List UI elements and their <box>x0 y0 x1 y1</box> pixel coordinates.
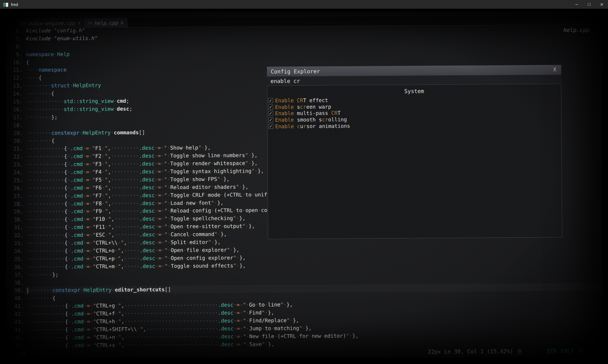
token: · <box>211 168 214 174</box>
token: " <box>242 223 245 229</box>
token: { <box>64 153 67 159</box>
token: editor_shortcuts <box>115 287 165 293</box>
option-label: Enable cursor animations <box>275 123 350 129</box>
popup-close-icon[interactable]: X <box>553 66 556 72</box>
token: = <box>237 317 240 323</box>
token: .cmd <box>70 177 83 183</box>
token: · <box>211 160 214 166</box>
token: · <box>205 255 208 261</box>
token: , <box>121 263 124 269</box>
token: " <box>93 263 96 269</box>
token: · <box>84 326 87 332</box>
token: " <box>108 232 112 238</box>
token: .desc <box>139 208 155 214</box>
token: ············ <box>26 106 64 112</box>
line-number: 28. <box>10 200 23 208</box>
token: file <box>262 333 274 339</box>
token: · <box>89 256 93 262</box>
token: · <box>68 311 71 317</box>
token: · <box>240 310 243 316</box>
token: }, <box>221 231 227 237</box>
token: " <box>164 255 168 261</box>
token: ············ <box>27 224 64 230</box>
label-segment: Enable <box>275 123 294 129</box>
token: " <box>243 333 246 339</box>
token: .desc <box>218 310 233 316</box>
popup-titlebar[interactable]: Config Explorer X <box>267 65 561 77</box>
flag-CRLF: CRLF <box>561 348 574 354</box>
token: " <box>105 192 108 198</box>
token: · <box>217 231 221 237</box>
token: std::string_view <box>64 106 114 112</box>
token: .desc <box>218 325 233 331</box>
tab-close-icon[interactable]: X <box>78 20 80 25</box>
token: { <box>65 318 68 324</box>
token: , <box>111 232 115 238</box>
token: ······························ <box>124 341 218 348</box>
token: " <box>93 240 96 246</box>
token: , <box>108 169 111 175</box>
token: show <box>192 176 205 182</box>
label-segment: T <box>337 110 341 116</box>
token: · <box>183 200 186 206</box>
token: · <box>154 153 158 159</box>
token: = <box>158 231 161 237</box>
token: · <box>90 342 93 348</box>
token: explorer <box>208 254 233 261</box>
token: · <box>155 255 158 261</box>
token: · <box>105 232 108 238</box>
minimize-button[interactable]: – <box>570 0 583 9</box>
token: , <box>108 208 111 214</box>
tab-audio-engine.cpp[interactable]: C+audio-engine.cppX <box>18 18 85 28</box>
label-segment: smooth s <box>294 117 322 123</box>
token: · <box>118 239 121 245</box>
tab-close-icon[interactable]: X <box>121 20 123 25</box>
checkbox-checked-icon[interactable]: ✓ <box>268 98 273 103</box>
token: ········ <box>26 90 51 97</box>
token: { <box>65 342 68 348</box>
token: · <box>83 208 86 214</box>
token: = <box>86 185 89 191</box>
token: { <box>51 138 55 144</box>
token: · <box>89 248 93 254</box>
token: · <box>251 192 255 198</box>
token: · <box>161 247 164 253</box>
line-number: 12. <box>10 74 22 82</box>
token: " <box>105 184 108 190</box>
token: · <box>230 247 233 253</box>
checkbox-checked-icon[interactable]: ✓ <box>268 104 273 109</box>
token: .desc <box>139 153 154 159</box>
token: "enum-utils.h" <box>54 35 98 41</box>
token: " <box>93 303 96 309</box>
line-content: ········}; <box>26 113 58 121</box>
token: " <box>92 192 95 198</box>
line-number: 37. <box>11 271 23 279</box>
token: .cmd <box>71 232 83 238</box>
maximize-button[interactable]: □ <box>583 0 595 9</box>
label-segment: Enable <box>275 97 294 103</box>
check-glyph: ✓ <box>269 99 272 102</box>
token: ······························ <box>124 302 218 308</box>
token: · <box>167 223 171 229</box>
token: " <box>164 176 167 182</box>
token: explorer <box>202 247 227 253</box>
checkbox-checked-icon[interactable]: ✓ <box>268 124 273 129</box>
token: · <box>167 208 170 214</box>
token: ········· <box>111 184 139 191</box>
checkbox-checked-icon[interactable]: ✓ <box>268 117 273 122</box>
checkbox-checked-icon[interactable]: ✓ <box>268 111 273 116</box>
token: · <box>115 342 118 348</box>
token: = <box>87 326 90 332</box>
token: " <box>118 334 121 340</box>
close-button[interactable]: × <box>595 0 608 9</box>
token: = <box>87 318 90 324</box>
flag-STX: STX <box>547 348 556 354</box>
token: }, <box>352 333 358 339</box>
label-segment: een warp <box>306 104 331 110</box>
popup-body: System ✓Enable CRT effect✓Enable screen … <box>267 84 562 239</box>
token: }, <box>239 254 246 260</box>
option-label: Enable screen warp <box>275 104 331 110</box>
token: [] <box>139 129 145 135</box>
tab-help.cpp[interactable]: C+help.cppX <box>85 18 127 28</box>
label-segment: c <box>297 123 300 129</box>
